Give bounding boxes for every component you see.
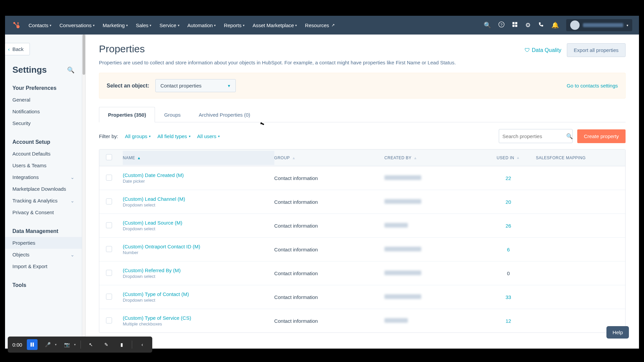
pause-button[interactable] bbox=[27, 339, 38, 350]
export-all-button[interactable]: Export all properties bbox=[567, 43, 626, 57]
row-checkbox[interactable] bbox=[106, 198, 112, 204]
pointer-tool-icon[interactable]: ↖ bbox=[86, 339, 96, 350]
property-name-link[interactable]: (Custom) Type of Service (CS) bbox=[123, 315, 274, 321]
used-in-count[interactable]: 6 bbox=[481, 247, 536, 252]
column-group[interactable]: GROUP▲ bbox=[274, 156, 384, 160]
nav-reports[interactable]: Reports▾ bbox=[224, 22, 245, 28]
sidebar-section-preferences: Your Preferences bbox=[5, 81, 82, 94]
back-button[interactable]: ‹ Back bbox=[5, 43, 30, 55]
property-name-link[interactable]: (Custom) Lead Source (M) bbox=[123, 220, 274, 226]
notifications-icon[interactable]: 🔔 bbox=[551, 21, 559, 29]
help-button[interactable]: Help bbox=[606, 326, 629, 339]
column-name[interactable]: NAME▲ bbox=[123, 151, 274, 165]
sidebar-item-users-teams[interactable]: Users & Teams bbox=[5, 160, 82, 171]
nav-items: Contacts▾ Conversations▾ Marketing▾ Sale… bbox=[29, 22, 335, 28]
collapse-icon[interactable]: ‹ bbox=[137, 339, 148, 350]
row-checkbox[interactable] bbox=[106, 222, 112, 228]
property-type: Number bbox=[123, 250, 274, 255]
nav-service[interactable]: Service▾ bbox=[159, 22, 179, 28]
highlighter-tool-icon[interactable]: ▮ bbox=[116, 339, 127, 350]
object-select[interactable]: Contact properties ▼ bbox=[155, 79, 236, 92]
sidebar-scrollbar[interactable] bbox=[82, 35, 86, 349]
sidebar-item-tracking-analytics[interactable]: Tracking & Analytics⌄ bbox=[5, 195, 82, 206]
used-in-count[interactable]: 33 bbox=[481, 294, 536, 300]
property-name-link[interactable]: (Custom) Referred By (M) bbox=[123, 267, 274, 273]
created-by bbox=[384, 318, 408, 323]
account-menu[interactable]: ▾ bbox=[566, 19, 632, 31]
nav-sales[interactable]: Sales▾ bbox=[136, 22, 152, 28]
property-group: Contact information bbox=[274, 294, 384, 300]
marketplace-icon[interactable] bbox=[512, 21, 518, 29]
property-type: Dropdown select bbox=[123, 202, 274, 207]
mic-off-icon[interactable]: 🎤 bbox=[42, 339, 53, 350]
used-in-count[interactable]: 26 bbox=[481, 223, 536, 229]
pen-tool-icon[interactable]: ✎ bbox=[101, 339, 112, 350]
search-icon[interactable]: 🔍 bbox=[484, 21, 491, 29]
nav-asset-marketplace[interactable]: Asset Marketplace▾ bbox=[253, 22, 297, 28]
row-checkbox[interactable] bbox=[106, 270, 112, 276]
sidebar-item-privacy-consent[interactable]: Privacy & Consent bbox=[5, 206, 82, 218]
nav-automation[interactable]: Automation▾ bbox=[187, 22, 216, 28]
tab-groups[interactable]: Groups bbox=[155, 107, 190, 122]
property-name-link[interactable]: (Custom) Lead Channel (M) bbox=[123, 196, 274, 202]
nav-conversations[interactable]: Conversations▾ bbox=[59, 22, 95, 28]
camera-off-icon[interactable]: 📷 bbox=[61, 339, 72, 350]
nav-contacts[interactable]: Contacts▾ bbox=[29, 22, 51, 28]
hubspot-logo-icon[interactable] bbox=[12, 20, 21, 30]
created-by bbox=[384, 175, 421, 180]
row-checkbox[interactable] bbox=[106, 317, 112, 323]
row-checkbox[interactable] bbox=[106, 175, 112, 181]
sidebar-item-integrations[interactable]: Integrations⌄ bbox=[5, 171, 82, 183]
property-group: Contact information bbox=[274, 175, 384, 181]
sidebar-item-properties[interactable]: Properties bbox=[5, 237, 82, 249]
filter-field-types[interactable]: All field types▾ bbox=[157, 133, 190, 139]
sidebar-item-notifications[interactable]: Notifications bbox=[5, 106, 82, 117]
sidebar-item-objects[interactable]: Objects⌄ bbox=[5, 249, 82, 260]
filter-users[interactable]: All users▾ bbox=[197, 133, 220, 139]
tab-properties[interactable]: Properties (350) bbox=[99, 107, 155, 122]
property-name-link[interactable]: (Custom) Date Created (M) bbox=[123, 172, 274, 178]
row-checkbox[interactable] bbox=[106, 294, 112, 300]
property-group: Contact information bbox=[274, 199, 384, 205]
used-in-count[interactable]: 20 bbox=[481, 199, 536, 205]
video-player-controls: 0:00 🎤▾ 📷▾ ↖ ✎ ▮ ‹ bbox=[8, 337, 152, 353]
nav-marketing[interactable]: Marketing▾ bbox=[103, 22, 128, 28]
created-by bbox=[384, 199, 421, 204]
external-link-icon: ↗ bbox=[331, 23, 335, 27]
nav-resources[interactable]: Resources↗ bbox=[305, 22, 335, 28]
property-name-link[interactable]: (Custom) Ontraport Contact ID (M) bbox=[123, 244, 274, 249]
settings-icon[interactable]: ⚙ bbox=[525, 21, 531, 29]
tab-archived[interactable]: Archived Properties (0) bbox=[190, 107, 259, 122]
sidebar-item-marketplace-downloads[interactable]: Marketplace Downloads bbox=[5, 183, 82, 195]
table-row: (Custom) Referred By (M)Dropdown select … bbox=[99, 261, 625, 285]
sidebar-item-general[interactable]: General bbox=[5, 94, 82, 106]
calling-icon[interactable] bbox=[538, 21, 544, 29]
property-type: Dropdown select bbox=[123, 226, 274, 231]
page-title: Properties bbox=[99, 43, 145, 55]
svg-rect-11 bbox=[31, 343, 32, 347]
chevron-down-icon: ⌄ bbox=[70, 175, 74, 180]
data-quality-link[interactable]: 🛡 Data Quality bbox=[525, 47, 561, 53]
filter-groups[interactable]: All groups▾ bbox=[125, 133, 151, 139]
select-all-checkbox[interactable] bbox=[106, 154, 112, 160]
column-created-by[interactable]: CREATED BY▲ bbox=[384, 156, 481, 160]
help-icon[interactable]: ? bbox=[498, 21, 504, 29]
sidebar-item-account-defaults[interactable]: Account Defaults bbox=[5, 148, 82, 160]
used-in-count[interactable]: 12 bbox=[481, 318, 536, 324]
settings-search-icon[interactable]: 🔍 bbox=[67, 66, 74, 74]
property-group: Contact information bbox=[274, 223, 384, 229]
used-in-count[interactable]: 22 bbox=[481, 175, 536, 181]
goto-contacts-settings-link[interactable]: Go to contacts settings bbox=[567, 83, 618, 88]
search-properties-box[interactable]: 🔍 bbox=[499, 129, 573, 143]
row-checkbox[interactable] bbox=[106, 246, 112, 252]
table-row: (Custom) Ontraport Contact ID (M)Number … bbox=[99, 238, 625, 261]
sidebar-item-import-export[interactable]: Import & Export bbox=[5, 260, 82, 272]
search-input[interactable] bbox=[502, 133, 566, 139]
svg-rect-12 bbox=[33, 343, 34, 347]
create-property-button[interactable]: Create property bbox=[577, 129, 626, 143]
sidebar-item-security[interactable]: Security bbox=[5, 117, 82, 129]
property-name-link[interactable]: (Custom) Type of Contact (M) bbox=[123, 291, 274, 297]
object-select-label: Select an object: bbox=[107, 83, 149, 89]
column-used-in[interactable]: USED IN▲ bbox=[481, 156, 536, 160]
tabs: Properties (350) Groups Archived Propert… bbox=[99, 107, 626, 122]
